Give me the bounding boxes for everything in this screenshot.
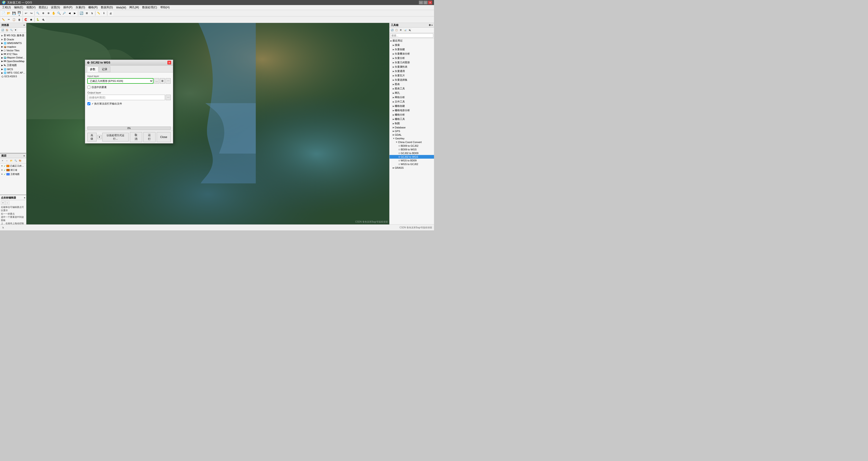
- toolbox-item-vec-tiles[interactable]: ▶ 矢量瓦片: [390, 73, 434, 78]
- zoom-full-button[interactable]: 🔍: [35, 11, 40, 16]
- browser-collapse-icon[interactable]: «: [23, 24, 25, 26]
- browser-filter-button[interactable]: 🔍: [9, 28, 13, 32]
- identify-button[interactable]: ℹ: [101, 11, 106, 16]
- layer-add-button[interactable]: +: [0, 159, 5, 163]
- menu-settings[interactable]: 设置(S): [49, 5, 62, 10]
- menu-view[interactable]: 视图(V): [25, 5, 37, 10]
- cancel-button[interactable]: 取消: [130, 132, 142, 142]
- input-layer-settings-button[interactable]: ⚙: [160, 78, 165, 84]
- toolbox-item-gcj02-bd09[interactable]: ⚙ GCJ02 to BD09: [390, 151, 434, 155]
- edit-toolbar-btn4[interactable]: 🗑: [17, 17, 22, 22]
- advanced-dropdown-button[interactable]: ▼: [97, 135, 102, 139]
- toolbox-item-gcj02-wgs[interactable]: ⚙ GCJ02 to WGS: [390, 155, 434, 159]
- layer-item-polygon[interactable]: ▼ ✓ 已裁正几何图形: [0, 164, 26, 168]
- print-button[interactable]: 🖨: [108, 11, 113, 16]
- toolbox-tb-btn4[interactable]: 📊: [403, 28, 407, 32]
- select-button[interactable]: 🖱: [89, 11, 94, 16]
- toolbox-item-vec-analysis[interactable]: ▶ 矢量分析: [390, 56, 434, 60]
- toolbox-tb-btn1[interactable]: 🔄: [390, 28, 394, 32]
- menu-project[interactable]: 工程(J): [0, 5, 12, 10]
- batch-run-button[interactable]: 以批处理方式运行...: [102, 133, 129, 141]
- dialog-tab-log[interactable]: 记录: [99, 66, 110, 72]
- toolbox-item-raster-tools[interactable]: ▶ 栅格工具: [390, 117, 434, 121]
- layer-style-button[interactable]: 🎨: [18, 159, 22, 163]
- browser-home-button[interactable]: 🏠: [5, 28, 9, 32]
- layer-item-zhejiang[interactable]: ▼ ✓ 浙江省: [0, 168, 26, 172]
- layer-item-satellite[interactable]: ▼ ✓ 卫星地图: [0, 172, 26, 176]
- minimize-button[interactable]: —: [419, 1, 423, 4]
- toolbox-item-vec-create[interactable]: ▶ 矢量创建: [390, 47, 434, 52]
- zoom-selection-button[interactable]: ⊗: [46, 11, 51, 16]
- zoom-layer-button[interactable]: ⊕: [40, 11, 45, 16]
- browser-item-wfs[interactable]: ▶ 🌐 WFS / OGC API - Featu...: [0, 71, 26, 74]
- toolbox-item-raster-terrain[interactable]: ▶ 栅格地形分析: [390, 108, 434, 112]
- toolbox-item-geohey[interactable]: ▼ GeoHey: [390, 137, 434, 140]
- save-project-button[interactable]: 💾: [11, 11, 17, 16]
- toolbox-item-file[interactable]: ▶ 文件工具: [390, 99, 434, 104]
- filter-checkbox[interactable]: [87, 86, 90, 89]
- plugins-btn[interactable]: 🔌: [40, 17, 45, 22]
- layer-filter-button[interactable]: 🔍: [13, 159, 18, 163]
- input-layer-extra-button[interactable]: ⋯: [166, 78, 170, 84]
- toolbox-tb-btn5[interactable]: 🔌: [407, 28, 411, 32]
- toolbox-tb-btn3[interactable]: ⚙: [399, 28, 403, 32]
- edit-toolbar-btn1[interactable]: ✏️: [1, 17, 6, 22]
- toolbox-item-wgs-gcj02[interactable]: ⚙ WGS to GCJ02: [390, 162, 434, 166]
- toolbox-item-vec-select[interactable]: ▶ 矢量选择集: [390, 78, 434, 82]
- save-as-button[interactable]: 💾+: [17, 11, 22, 16]
- browser-item-mapbox[interactable]: ▶ 📦 mapbox: [0, 45, 26, 48]
- toolbox-collapse-icon[interactable]: »: [431, 24, 433, 26]
- input-layer-browse-button[interactable]: …: [154, 78, 159, 84]
- toolbox-search-input[interactable]: [390, 33, 433, 38]
- toolbox-item-vec-attr[interactable]: ▶ 矢量属性表: [390, 65, 434, 69]
- layer-check-satellite[interactable]: ✓: [4, 173, 6, 176]
- pan-button[interactable]: ✋: [51, 11, 56, 16]
- menu-mesh[interactable]: 网孔(M): [128, 5, 141, 10]
- toolbox-item-vec-geo[interactable]: ▶ 矢量几何图形: [390, 60, 434, 65]
- input-layer-select[interactable]: 已裁正几何图形 [EPSG:4326]: [87, 78, 153, 84]
- menu-web[interactable]: Web(W): [115, 5, 128, 10]
- layer-open-button[interactable]: 📂: [9, 159, 13, 163]
- refresh-button[interactable]: 🔄: [79, 11, 84, 16]
- browser-item-xyz[interactable]: ▶ 🗺 XYZ Tiles: [0, 52, 26, 56]
- dialog-titlebar[interactable]: ⚙ GCJ02 to WGS ✕: [85, 60, 173, 66]
- toolbox-item-grass[interactable]: ▶ GRASS: [390, 166, 434, 170]
- menu-layer[interactable]: 图层(L): [37, 5, 49, 10]
- toolbox-item-raster-analysis[interactable]: ▶ 栅格分析: [390, 112, 434, 117]
- open-output-checkbox[interactable]: [87, 102, 90, 105]
- browser-item-oracle[interactable]: ▶ 🗄 Oracle: [0, 38, 26, 41]
- map-area[interactable]: CSDN 鲁鱼亥豕Bagr等版权保留 ⚙ GCJ02 to WGS ✕ 参数: [26, 23, 389, 224]
- menu-help[interactable]: 帮助(H): [159, 5, 172, 10]
- toolbox-item-china-coord[interactable]: ▼ China Coord Convert: [390, 140, 434, 144]
- toolbox-item-vec-general[interactable]: ▶ 矢量通用: [390, 69, 434, 73]
- toolbox-item-network[interactable]: ▶ 网络分析: [390, 95, 434, 99]
- browser-item-satellite[interactable]: ▶ 🛰 卫星地图: [0, 63, 26, 67]
- open-project-button[interactable]: 📂: [6, 11, 11, 16]
- toolbox-item-database[interactable]: ▶ Database: [390, 126, 434, 129]
- toolbox-item-bd09-gcj02[interactable]: ⚙ BD09 to GCJ02: [390, 144, 434, 147]
- toolbox-item-recent[interactable]: ▶ 最近用过: [390, 38, 434, 43]
- vertex-collapse-icon[interactable]: «: [24, 196, 25, 199]
- output-layer-input[interactable]: [87, 95, 165, 100]
- layer-check-polygon[interactable]: ✓: [4, 165, 6, 168]
- vertex-tb-btn2[interactable]: −: [5, 201, 9, 205]
- redo-button[interactable]: ↪: [29, 11, 34, 16]
- menu-vector[interactable]: 矢量(O): [74, 5, 87, 10]
- toolbox-item-search[interactable]: ▶ 搜索: [390, 43, 434, 47]
- dialog-close-button[interactable]: ✕: [167, 61, 171, 64]
- close-button[interactable]: ✕: [428, 1, 432, 4]
- toolbox-item-chart-tools[interactable]: ▶ 图表工具: [390, 87, 434, 91]
- edit-toolbar-btn2[interactable]: ✂: [6, 17, 11, 22]
- toolbox-item-raster-create[interactable]: ▶ 栅格创建: [390, 104, 434, 108]
- run-button[interactable]: 运行: [143, 132, 156, 142]
- toolbox-settings-icon[interactable]: ⚙: [429, 24, 431, 26]
- browser-item-extra[interactable]: 心 GCS:4326:5: [0, 74, 26, 78]
- layers-collapse-icon[interactable]: «: [23, 155, 25, 157]
- browser-item-wms[interactable]: ▶ 🌐 WMS/WMTS: [0, 41, 26, 45]
- zoom-out-button[interactable]: 🔎: [62, 11, 67, 16]
- toolbox-tb-btn2[interactable]: 📋: [394, 28, 398, 32]
- zoom-prev-button[interactable]: ◀: [67, 11, 72, 16]
- toolbox-item-mesh[interactable]: ▶ 网孔: [390, 91, 434, 95]
- menu-raster[interactable]: 栅格(R): [87, 5, 99, 10]
- toolbox-item-vec-overlay[interactable]: ▶ 矢量叠加分析: [390, 52, 434, 56]
